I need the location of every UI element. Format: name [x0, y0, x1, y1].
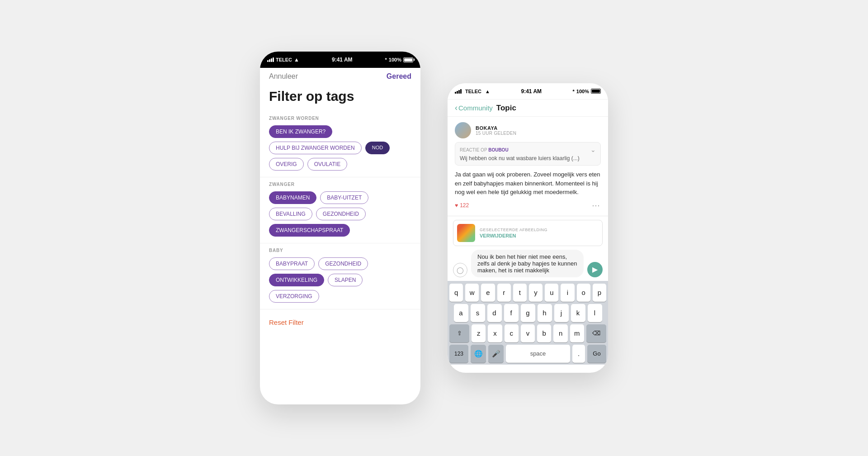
section-label-zwanger-worden: ZWANGER WORDEN — [269, 116, 411, 121]
carrier-label: TELEC — [276, 57, 292, 62]
go-key[interactable]: Go — [587, 345, 606, 363]
key-x[interactable]: x — [488, 324, 502, 342]
battery-icon-right — [591, 89, 601, 94]
period-key[interactable]: . — [572, 345, 585, 363]
tags-row-zwanger: BABYNAMEN BABY-UITZET BEVALLING GEZONDHE… — [269, 191, 411, 237]
cancel-button[interactable]: Annuleer — [269, 72, 298, 81]
tag-gezondheid-baby[interactable]: GEZONDHEID — [318, 257, 368, 270]
post-header: BOKAYA 15 UUR GELEDEN — [455, 122, 601, 138]
key-z[interactable]: z — [472, 324, 486, 342]
done-button[interactable]: Gereed — [387, 72, 411, 81]
time-label-right: 9:41 AM — [521, 88, 542, 95]
battery-area-right: * 100% — [573, 89, 601, 94]
selected-image-label: GESELECTEERDE AFBEELDING — [480, 228, 547, 232]
key-r[interactable]: r — [497, 284, 511, 302]
post-body: Ja dat gaan wij ook proberen. Zoveel mog… — [455, 170, 601, 197]
tag-bevalling[interactable]: BEVALLING — [269, 208, 312, 220]
key-s[interactable]: s — [471, 304, 485, 322]
key-c[interactable]: c — [505, 324, 519, 342]
section-zwanger-worden: ZWANGER WORDEN BEN IK ZWANGER? HULP BIJ … — [260, 111, 420, 177]
section-zwanger: ZWANGER BABYNAMEN BABY-UITZET BEVALLING … — [260, 177, 420, 243]
tag-babynamen[interactable]: BABYNAMEN — [269, 191, 316, 204]
numbers-key[interactable]: 123 — [449, 345, 468, 363]
tags-row-baby: BABYPRAAT GEZONDHEID ONTWIKKELING SLAPEN… — [269, 257, 411, 303]
key-y[interactable]: y — [529, 284, 542, 302]
key-m[interactable]: m — [570, 324, 584, 342]
tag-ben-ik-zwanger[interactable]: BEN IK ZWANGER? — [269, 125, 332, 138]
signal-icon — [267, 57, 274, 62]
wifi-icon-right: ▲ — [485, 89, 490, 94]
tag-nod[interactable]: NOD — [365, 142, 390, 154]
key-f[interactable]: f — [504, 304, 519, 322]
key-i[interactable]: i — [561, 284, 574, 302]
tag-ontwikkeling[interactable]: ONTWIKKELING — [269, 274, 324, 286]
battery-icon — [403, 57, 413, 62]
tag-baby-uitzet[interactable]: BABY-UITZET — [320, 191, 368, 204]
key-t[interactable]: t — [513, 284, 527, 302]
mic-key[interactable]: 🎤 — [488, 345, 504, 363]
status-bar-right: TELEC ▲ 9:41 AM * 100% — [448, 83, 608, 100]
selected-image-box: GESELECTEERDE AFBEELDING VERWIJDEREN — [453, 220, 603, 246]
reply-box: REACTIE OP BOUBOU ⌄ Wij hebben ook nu wa… — [455, 142, 601, 166]
send-button[interactable]: ▶ — [587, 262, 603, 277]
tag-zwangerschapspraat[interactable]: ZWANGERSCHAPSPRAAT — [269, 224, 350, 237]
keyboard-row-4: 123 🌐 🎤 space . Go — [449, 345, 606, 363]
post-username: BOKAYA — [476, 125, 516, 131]
message-text: Nou ik ben het hier niet mee eens, zelfs… — [477, 253, 577, 274]
instagram-button[interactable]: ◯ — [453, 263, 467, 277]
key-u[interactable]: u — [545, 284, 558, 302]
tag-verzorging[interactable]: VERZORGING — [269, 290, 319, 303]
avatar — [455, 122, 471, 138]
selected-image-thumbnail — [457, 224, 475, 242]
globe-key[interactable]: 🌐 — [471, 345, 486, 363]
key-q[interactable]: q — [449, 284, 463, 302]
carrier-label-right: TELEC — [465, 89, 481, 94]
post-area: BOKAYA 15 UUR GELEDEN REACTIE OP BOUBOU … — [448, 117, 608, 216]
key-b[interactable]: b — [537, 324, 551, 342]
compose-row: ◯ Nou ik ben het hier niet mee eens, zel… — [453, 250, 603, 277]
chevron-left-icon: ‹ — [455, 103, 458, 113]
key-a[interactable]: a — [454, 304, 468, 322]
key-w[interactable]: w — [465, 284, 479, 302]
back-button[interactable]: ‹ Community — [455, 103, 493, 113]
key-j[interactable]: j — [554, 304, 569, 322]
chevron-down-icon: ⌄ — [590, 146, 596, 153]
keyboard: q w e r t y u i o p a s d f g h j k l ⇧ … — [448, 281, 608, 365]
key-e[interactable]: e — [481, 284, 495, 302]
tag-ovulatie[interactable]: OVULATIE — [307, 158, 347, 171]
send-icon: ▶ — [592, 265, 598, 274]
tag-overig[interactable]: OVERIG — [269, 158, 304, 171]
key-n[interactable]: n — [553, 324, 567, 342]
tag-slapen[interactable]: SLAPEN — [328, 274, 363, 286]
section-label-zwanger: ZWANGER — [269, 182, 411, 187]
filter-nav-bar: Annuleer Gereed — [260, 68, 420, 85]
reply-text: Wij hebben ook nu wat wasbare luiers kla… — [460, 155, 596, 162]
remove-image-button[interactable]: VERWIJDEREN — [480, 233, 547, 238]
signal-icon-right — [455, 89, 462, 94]
key-v[interactable]: v — [521, 324, 535, 342]
section-label-baby: BABY — [269, 248, 411, 253]
topic-title: Topic — [496, 104, 516, 113]
more-options-button[interactable]: ⋯ — [592, 200, 601, 210]
tag-gezondheid-zwanger[interactable]: GEZONDHEID — [316, 208, 366, 220]
reply-label: REACTIE OP BOUBOU — [460, 147, 509, 152]
time-label: 9:41 AM — [332, 57, 353, 63]
shift-key[interactable]: ⇧ — [449, 324, 469, 342]
tag-hulp-zwanger[interactable]: HULP BIJ ZWANGER WORDEN — [269, 142, 362, 154]
battery-label: 100% — [389, 57, 401, 62]
tag-babypraat[interactable]: BABYPRAAT — [269, 257, 315, 270]
reset-filter-button[interactable]: Reset Filter — [260, 309, 420, 335]
compose-area: GESELECTEERDE AFBEELDING VERWIJDEREN ◯ N… — [448, 216, 608, 281]
like-number: 122 — [460, 202, 469, 209]
key-p[interactable]: p — [593, 284, 606, 302]
selected-image-meta: GESELECTEERDE AFBEELDING VERWIJDEREN — [480, 228, 547, 238]
key-l[interactable]: l — [588, 304, 602, 322]
key-h[interactable]: h — [538, 304, 552, 322]
key-g[interactable]: g — [521, 304, 535, 322]
space-key[interactable]: space — [506, 345, 570, 363]
key-k[interactable]: k — [571, 304, 585, 322]
key-o[interactable]: o — [577, 284, 590, 302]
message-input[interactable]: Nou ik ben het hier niet mee eens, zelfs… — [471, 250, 584, 277]
backspace-key[interactable]: ⌫ — [586, 324, 606, 342]
key-d[interactable]: d — [487, 304, 502, 322]
